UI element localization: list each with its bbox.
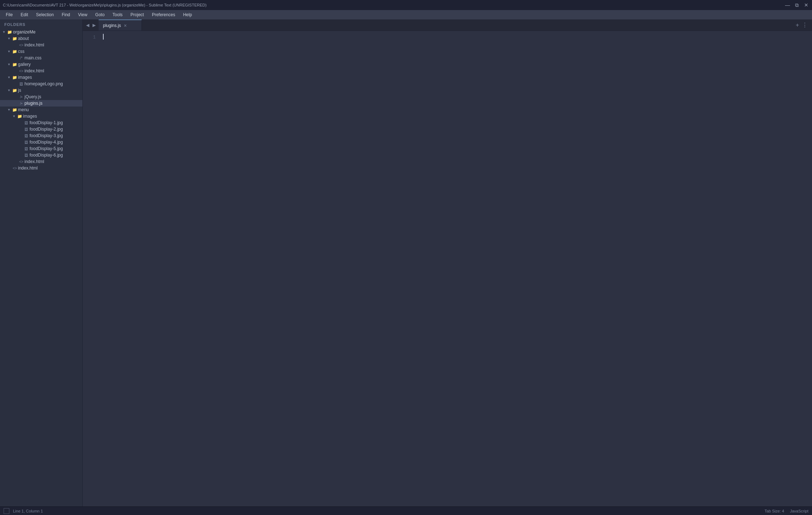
tab-options-button[interactable]: ⋮	[800, 22, 809, 28]
new-tab-button[interactable]: +	[794, 22, 800, 28]
arrow-icon: ▼	[12, 114, 17, 118]
sidebar-label: about	[18, 36, 29, 41]
sidebar-label: foodDisplay-1.jpg	[30, 120, 63, 125]
tab-close-button[interactable]: ×	[124, 23, 127, 28]
arrow-icon: ▼	[6, 76, 12, 79]
arrow-icon: ▼	[6, 108, 12, 112]
sidebar-label: foodDisplay-5.jpg	[30, 146, 63, 151]
maximize-button[interactable]: ⧉	[794, 2, 800, 8]
sidebar-label: homepageLogo.png	[24, 81, 63, 86]
sidebar-item-food1[interactable]: 🖼 foodDisplay-1.jpg	[0, 119, 82, 126]
sidebar-label: css	[18, 49, 24, 54]
sidebar-label: plugins.js	[24, 101, 42, 106]
statusbar-left: Line 1, Column 1	[4, 508, 43, 514]
sidebar-label: menu	[18, 107, 29, 112]
sidebar-item-menu-index[interactable]: <> index.html	[0, 158, 82, 165]
sidebar-item-maincss[interactable]: /* main.css	[0, 55, 82, 61]
folder-icon: 📁	[12, 88, 18, 93]
sidebar-item-css[interactable]: ▼ 📁 css	[0, 48, 82, 55]
close-button[interactable]: ✕	[803, 2, 809, 8]
sidebar-item-root-index[interactable]: <> index.html	[0, 165, 82, 171]
sidebar-item-organizeMe[interactable]: ▼ 📁 organizeMe	[0, 29, 82, 35]
sidebar-item-plugins[interactable]: /• plugins.js	[0, 100, 82, 107]
arrow-icon: ▼	[6, 63, 12, 66]
cursor-line	[103, 34, 812, 40]
html-icon: <>	[18, 160, 24, 164]
text-cursor	[103, 34, 104, 40]
menu-find[interactable]: Find	[58, 12, 73, 18]
line-number-1: 1	[83, 34, 96, 41]
syntax-info[interactable]: JavaScript	[790, 509, 808, 513]
sidebar-item-food2[interactable]: 🖼 foodDisplay-2.jpg	[0, 126, 82, 132]
menu-goto[interactable]: Goto	[92, 12, 108, 18]
titlebar: C:\Users\camil\Documents\AVT 217 - Web\o…	[0, 0, 812, 10]
sidebar-item-gallery-index[interactable]: <> index.html	[0, 68, 82, 74]
sidebar-item-jquery[interactable]: /• jQuery.js	[0, 94, 82, 100]
menu-view[interactable]: View	[75, 12, 91, 18]
html-icon: <>	[18, 69, 24, 73]
img-icon: 🖼	[23, 127, 30, 131]
js-icon: /•	[18, 101, 24, 105]
tab-plugins-js[interactable]: plugins.js ×	[99, 19, 142, 31]
statusbar-right: Tab Size: 4 JavaScript	[764, 509, 808, 513]
sidebar-label: index.html	[24, 68, 44, 73]
tab-next-button[interactable]: ▶	[91, 22, 97, 29]
main-area: FOLDERS ▼ 📁 organizeMe ▼ 📁 about <> inde…	[0, 19, 812, 506]
tab-prev-button[interactable]: ◀	[84, 22, 91, 29]
menu-tools[interactable]: Tools	[109, 12, 126, 18]
sidebar-label: index.html	[24, 42, 44, 48]
menu-edit[interactable]: Edit	[17, 12, 32, 18]
sidebar-label: jQuery.js	[24, 94, 41, 99]
menubar: File Edit Selection Find View Goto Tools…	[0, 10, 812, 19]
sidebar-item-homepagelogo[interactable]: 🖼 homepageLogo.png	[0, 81, 82, 87]
line-numbers: 1	[83, 31, 100, 506]
sidebar-item-food4[interactable]: 🖼 foodDisplay-4.jpg	[0, 139, 82, 145]
menu-help[interactable]: Help	[180, 12, 196, 18]
html-icon: <>	[12, 166, 18, 170]
sidebar-item-about[interactable]: ▼ 📁 about	[0, 35, 82, 42]
sidebar-item-images[interactable]: ▼ 📁 images	[0, 74, 82, 81]
menu-preferences[interactable]: Preferences	[148, 12, 179, 18]
img-icon: 🖼	[23, 140, 30, 144]
sidebar-label: foodDisplay-2.jpg	[30, 127, 63, 132]
sidebar-item-food3[interactable]: 🖼 foodDisplay-3.jpg	[0, 132, 82, 139]
menu-selection[interactable]: Selection	[32, 12, 57, 18]
sidebar-label: organizeMe	[13, 30, 36, 35]
editor-area: ◀ ▶ plugins.js × + ⋮ 1	[83, 19, 812, 506]
sidebar: FOLDERS ▼ 📁 organizeMe ▼ 📁 about <> inde…	[0, 19, 83, 506]
sidebar-item-gallery[interactable]: ▼ 📁 gallery	[0, 61, 82, 68]
titlebar-controls: — ⧉ ✕	[785, 2, 809, 8]
sidebar-label: foodDisplay-6.jpg	[30, 153, 63, 158]
editor-content[interactable]: 1	[83, 31, 812, 506]
sidebar-item-food5[interactable]: 🖼 foodDisplay-5.jpg	[0, 145, 82, 152]
tab-label: plugins.js	[103, 23, 121, 28]
folder-icon: 📁	[12, 75, 18, 80]
sidebar-label: main.css	[24, 55, 41, 60]
sidebar-label: js	[18, 88, 21, 93]
folder-icon: 📁	[12, 62, 18, 67]
arrow-icon: ▼	[1, 30, 6, 34]
sidebar-label: index.html	[24, 159, 44, 164]
code-editor[interactable]	[100, 31, 812, 506]
folder-icon: 📁	[17, 114, 23, 119]
cursor-position: Line 1, Column 1	[13, 509, 43, 513]
sidebar-item-menu-images[interactable]: ▼ 📁 images	[0, 113, 82, 119]
minimize-button[interactable]: —	[785, 2, 790, 8]
arrow-icon: ▼	[6, 89, 12, 92]
titlebar-title: C:\Users\camil\Documents\AVT 217 - Web\o…	[3, 3, 207, 7]
tabbar: ◀ ▶ plugins.js × + ⋮	[83, 19, 812, 31]
sidebar-item-js[interactable]: ▼ 📁 js	[0, 87, 82, 94]
folder-icon: 📁	[12, 36, 18, 41]
sidebar-label: foodDisplay-3.jpg	[30, 133, 63, 138]
tab-size-info[interactable]: Tab Size: 4	[764, 509, 784, 513]
menu-file[interactable]: File	[2, 12, 16, 18]
status-indicator[interactable]	[4, 508, 9, 514]
css-icon: /*	[18, 56, 24, 60]
sidebar-item-about-index[interactable]: <> index.html	[0, 42, 82, 48]
img-icon: 🖼	[23, 121, 30, 125]
sidebar-item-food6[interactable]: 🖼 foodDisplay-6.jpg	[0, 152, 82, 158]
html-icon: <>	[18, 43, 24, 47]
sidebar-item-menu[interactable]: ▼ 📁 menu	[0, 107, 82, 113]
img-icon: 🖼	[18, 82, 24, 86]
menu-project[interactable]: Project	[127, 12, 148, 18]
